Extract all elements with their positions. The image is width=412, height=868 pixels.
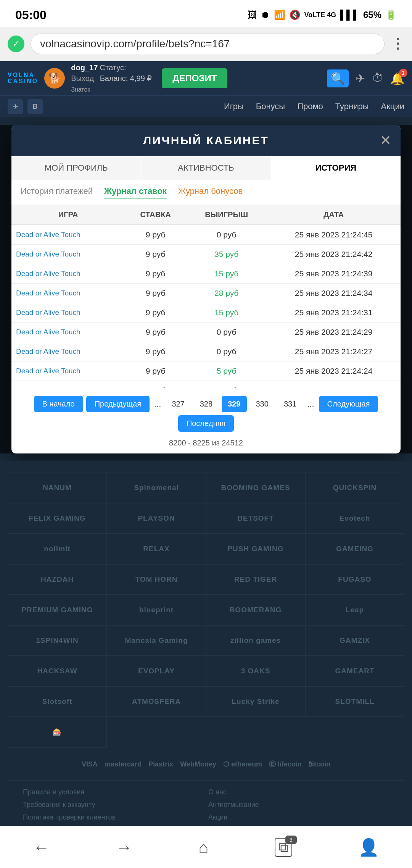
provider-item[interactable]: GAMEART xyxy=(305,656,404,686)
footer-link[interactable]: Требования к аккаунту xyxy=(23,801,204,809)
search-icon[interactable]: 🔍 xyxy=(327,69,349,87)
support-icon[interactable]: ⏱ xyxy=(372,72,383,85)
vk-social-icon[interactable]: В xyxy=(27,99,43,114)
provider-item[interactable]: nolimit xyxy=(8,534,107,564)
page-331[interactable]: 331 xyxy=(278,396,303,412)
next-page-button[interactable]: Следующая xyxy=(319,396,378,412)
provider-item[interactable]: TOM HORN xyxy=(107,564,206,595)
provider-item[interactable]: BETSOFT xyxy=(206,503,305,534)
provider-name: SLOTMILL xyxy=(335,697,375,706)
nav-promo[interactable]: Промо xyxy=(297,102,323,111)
footer-link[interactable]: Политика проверки клиентов xyxy=(23,813,204,821)
page-329-current[interactable]: 329 xyxy=(222,396,246,412)
provider-name: HAZDAH xyxy=(41,575,74,584)
provider-item[interactable]: Lucky Strike xyxy=(206,686,305,717)
provider-item[interactable]: PLAYSON xyxy=(107,503,206,534)
visa-logo: VISA xyxy=(82,760,98,768)
game-link[interactable]: Dead or Alive Touch xyxy=(11,264,125,284)
subtab-payment-history[interactable]: История платежей xyxy=(21,186,93,198)
provider-item[interactable]: FELIX GAMING xyxy=(8,503,107,534)
back-button[interactable]: ← xyxy=(33,838,50,857)
game-link[interactable]: Dead or Alive Touch xyxy=(11,361,125,381)
signal-icon: 📶 xyxy=(274,10,285,20)
nav-bonuses[interactable]: Бонусы xyxy=(256,102,285,111)
nav-actions[interactable]: Акции xyxy=(381,102,404,111)
footer-link[interactable]: Правила и условия xyxy=(23,788,204,796)
game-link[interactable]: Dead or Alive Touch xyxy=(11,245,125,264)
provider-item[interactable]: BOOMING GAMES xyxy=(206,473,305,503)
deposit-button[interactable]: ДЕПОЗИТ xyxy=(162,68,227,88)
footer-link[interactable]: Антиотмывание xyxy=(208,801,389,809)
tab-activity[interactable]: АКТИВНОСТЬ xyxy=(141,156,271,180)
game-link[interactable]: Dead or Alive Touch xyxy=(11,303,125,323)
provider-item[interactable]: PREMIUM GAMING xyxy=(8,595,107,625)
provider-item[interactable]: ATMOSFERA xyxy=(107,686,206,717)
provider-item[interactable]: 🎰 xyxy=(8,717,107,748)
game-link[interactable]: Dead or Alive Touch xyxy=(11,284,125,303)
telegram-social-icon[interactable]: ✈ xyxy=(8,99,23,114)
page-327[interactable]: 327 xyxy=(166,396,190,412)
date-value: 25 янв 2023 21:24:27 xyxy=(267,342,401,361)
provider-item[interactable]: NANUM xyxy=(8,473,107,503)
provider-item[interactable]: 1SPIN4WIN xyxy=(8,625,107,656)
browser-menu-button[interactable]: ⋮ xyxy=(391,36,404,52)
page-330[interactable]: 330 xyxy=(250,396,275,412)
provider-item[interactable]: BOOMERANG xyxy=(206,595,305,625)
provider-item[interactable]: Leap xyxy=(305,595,404,625)
home-button[interactable]: ⌂ xyxy=(198,838,209,857)
provider-name: Slotsoft xyxy=(42,697,72,706)
provider-name: Mancala Gaming xyxy=(125,636,188,645)
page-328[interactable]: 328 xyxy=(194,396,219,412)
provider-item[interactable]: RELAX xyxy=(107,534,206,564)
first-page-button[interactable]: В начало xyxy=(34,396,83,412)
telegram-icon[interactable]: ✈ xyxy=(356,72,365,85)
forward-button[interactable]: → xyxy=(116,838,132,857)
provider-item[interactable]: QUICKSPIN xyxy=(305,473,404,503)
provider-item[interactable]: zillion games xyxy=(206,625,305,656)
col-win: ВЫИГРЫШ xyxy=(186,205,267,225)
provider-item[interactable]: Spinomenal xyxy=(107,473,206,503)
nav-tournaments[interactable]: Турниры xyxy=(335,102,369,111)
profile-button[interactable]: 👤 xyxy=(358,837,379,857)
provider-item[interactable]: blueprint xyxy=(107,595,206,625)
provider-item[interactable]: Mancala Gaming xyxy=(107,625,206,656)
provider-item[interactable]: Evotech xyxy=(305,503,404,534)
url-bar[interactable]: volnacasinovip.com/profile/bets?nc=167 xyxy=(31,34,385,54)
provider-item[interactable]: Slotsoft xyxy=(8,686,107,717)
table-row: Dead or Alive Touch 9 руб 0 руб 25 янв 2… xyxy=(11,381,401,389)
user-avatar[interactable]: 🐕 xyxy=(44,68,65,89)
provider-item[interactable]: GAMEING xyxy=(305,534,404,564)
notification-icon[interactable]: 🔔 1 xyxy=(390,72,404,85)
provider-item[interactable]: GAMZIX xyxy=(305,625,404,656)
nav-games[interactable]: Игры xyxy=(224,102,244,111)
footer-link[interactable]: Акции xyxy=(208,813,389,821)
ethereum-logo: ⬡ ethereum xyxy=(223,760,262,768)
modal-close-button[interactable]: ✕ xyxy=(380,132,391,148)
provider-item[interactable]: RED TIGER xyxy=(206,564,305,595)
footer-link[interactable]: О нас xyxy=(208,788,389,796)
provider-name: PLAYSON xyxy=(138,514,175,523)
provider-item[interactable]: PUSH GAMING xyxy=(206,534,305,564)
provider-name: Lucky Strike xyxy=(232,697,280,706)
provider-item[interactable]: 3 OAKS xyxy=(206,656,305,686)
tab-my-profile[interactable]: МОЙ ПРОФИЛЬ xyxy=(11,156,141,180)
col-date: ДАТА xyxy=(267,205,401,225)
tabs-button[interactable]: ⧉ 3 xyxy=(275,838,292,857)
game-link[interactable]: Dead or Alive Touch xyxy=(11,342,125,361)
provider-item[interactable]: EVOPLAY xyxy=(107,656,206,686)
prev-page-button[interactable]: Предыдущая xyxy=(86,396,150,412)
tab-history[interactable]: ИСТОРИЯ xyxy=(271,156,401,180)
subtab-bonuses-journal[interactable]: Журнал бонусов xyxy=(178,186,243,198)
game-link[interactable]: Dead or Alive Touch xyxy=(11,323,125,342)
last-page-button[interactable]: Последняя xyxy=(178,415,234,432)
game-link[interactable]: Dead or Alive Touch xyxy=(11,225,125,245)
game-link[interactable]: Dead or Alive Touch xyxy=(11,381,125,389)
subtab-bets-journal[interactable]: Журнал ставок xyxy=(104,186,167,198)
provider-name: Evotech xyxy=(340,514,370,523)
provider-item[interactable]: HAZDAH xyxy=(8,564,107,595)
provider-item[interactable]: FUGASO xyxy=(305,564,404,595)
provider-item[interactable]: SLOTMILL xyxy=(305,686,404,717)
exit-label[interactable]: Выход xyxy=(71,74,94,82)
provider-item[interactable]: HACKSAW xyxy=(8,656,107,686)
status-bar: 05:00 🖼 ⏺ 📶 🔇 VoLTE 4G ▌▌▌ 65% 🔋 xyxy=(0,0,412,27)
